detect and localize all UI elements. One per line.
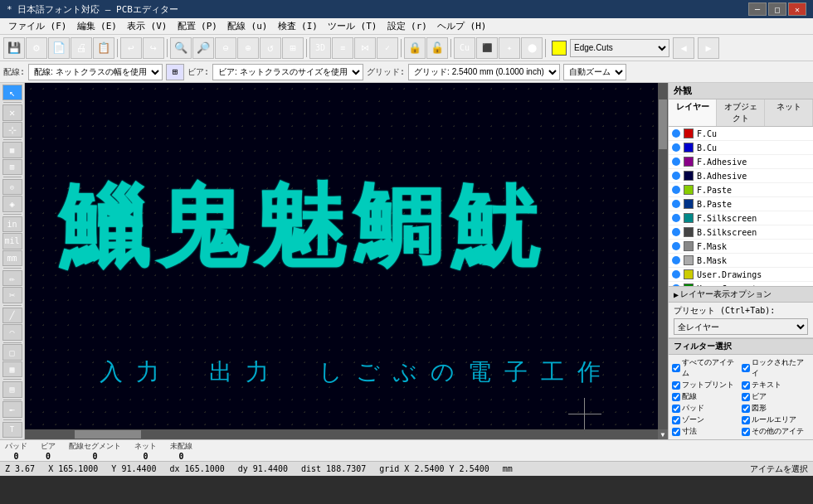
maximize-button[interactable]: □ [768, 2, 786, 16]
filter-item-[interactable]: 図形 [742, 403, 811, 414]
drc-button[interactable]: ✓ [377, 37, 398, 59]
copper-route-button[interactable]: ╾ [2, 401, 22, 417]
layer-prev-button[interactable]: ◀ [673, 37, 694, 59]
filter-item-[interactable]: 寸法 [672, 426, 741, 437]
layer-visibility-f-mask[interactable] [672, 242, 680, 250]
canvas-area[interactable]: 鱲鬼魅鯛魷 入力 出力 しごぶの電子工作 ▲ ▼ [25, 83, 668, 439]
zoom-out-button[interactable]: ⊖ [215, 37, 236, 59]
search-button[interactable]: 🔍 [170, 37, 192, 59]
add-via-button[interactable]: ⊙ [2, 179, 22, 195]
layer-visibility-b-cu[interactable] [672, 143, 680, 152]
filter-item-[interactable]: その他のアイテ [742, 426, 811, 437]
filter-item-[interactable]: すべてのアイテム [672, 357, 741, 379]
grid-select[interactable]: グリッド: 2.5400 mm (0.1000 inch) [408, 64, 560, 80]
settings-button[interactable]: ⚙ [26, 37, 47, 59]
filter-item-[interactable]: ロックされたアイ [742, 357, 811, 379]
filter-item-[interactable]: フットプリント [672, 380, 741, 390]
tab-objects[interactable]: オブジェクト [717, 99, 765, 126]
layer-item-b-mask[interactable]: B.Mask [669, 254, 813, 268]
measure-tool-button[interactable]: ⊹ [2, 122, 22, 138]
filter-checkbox[interactable] [742, 428, 750, 436]
filter-checkbox[interactable] [742, 416, 750, 424]
layer-next-button[interactable]: ▶ [698, 37, 719, 59]
add-zone-button[interactable]: ◈ [2, 196, 22, 211]
filter-item-[interactable]: テキスト [742, 380, 811, 390]
undo-button[interactable]: ↩ [120, 37, 142, 59]
layer-visibility-b-adhesive[interactable] [672, 172, 680, 180]
layer-item-f-mask[interactable]: F.Mask [669, 240, 813, 254]
inspect-tool-button[interactable]: ✕ [2, 104, 22, 120]
layer-visibility-f-adhesive[interactable] [672, 158, 680, 166]
filter-checkbox[interactable] [672, 405, 680, 413]
layer-visibility-b-silkscreen[interactable] [672, 228, 680, 236]
filter-checkbox[interactable] [672, 416, 680, 424]
menu-item-p[interactable]: 配置 (P) [173, 18, 223, 34]
filter-checkbox[interactable] [742, 393, 750, 401]
zoom-fit-button[interactable]: ⊕ [237, 37, 259, 59]
menu-item-v[interactable]: 表示 (V) [122, 18, 173, 34]
filter-checkbox[interactable] [742, 405, 750, 413]
via-select[interactable]: ビア: ネットクラスのサイズを使用 [212, 64, 363, 80]
tab-layers[interactable]: レイヤー [669, 99, 717, 126]
filter-item-[interactable]: ビア [742, 391, 811, 402]
menu-item-f[interactable]: ファイル (F) [3, 18, 72, 34]
ratsnest-button[interactable]: ⋈ [354, 37, 376, 59]
draw-arc-button[interactable]: ⌒ [2, 324, 22, 340]
filter-item-[interactable]: 配線 [672, 391, 741, 402]
horizontal-scrollbar[interactable] [25, 429, 658, 439]
layer-item-f-paste[interactable]: F.Paste [669, 183, 813, 197]
net-highlight-button[interactable]: ⬤ [521, 37, 543, 59]
close-button[interactable]: ✕ [788, 2, 806, 16]
wiring-select[interactable]: 配線: ネットクラスの幅を使用 [28, 64, 163, 80]
zoom-refresh-button[interactable]: ↺ [260, 37, 281, 59]
route-tool-button[interactable]: ▦ [2, 142, 22, 158]
layer-visibility-f-cu[interactable] [672, 129, 680, 138]
hatch-button[interactable]: ▤ [2, 381, 22, 397]
tab-net[interactable]: ネット [765, 99, 813, 126]
filter-checkbox[interactable] [672, 428, 680, 436]
print2-button[interactable]: 📋 [93, 37, 114, 59]
copper2-button[interactable]: ⬛ [476, 37, 498, 59]
add-text-button[interactable]: in [2, 216, 22, 232]
scroll-down-button[interactable]: ▼ [658, 429, 668, 439]
netlist-button[interactable]: ≡ [332, 37, 353, 59]
vertical-scrollbar[interactable] [658, 83, 668, 439]
menu-item-u[interactable]: 配線 (u) [222, 18, 273, 34]
zoom-in-button[interactable]: 🔎 [192, 37, 214, 59]
footprint-button[interactable]: T [2, 422, 22, 438]
highlight-button[interactable]: ✦ [499, 37, 520, 59]
layer-dropdown[interactable]: Edge.Cuts F.Cu B.Cu [570, 39, 669, 57]
draw-line-button[interactable]: ╱ [2, 308, 22, 323]
layer-item-f-cu[interactable]: F.Cu [669, 127, 813, 141]
layer-item-f-adhesive[interactable]: F.Adhesive [669, 155, 813, 169]
layer-item-b-cu[interactable]: B.Cu [669, 141, 813, 155]
add-dim-button[interactable]: mil [2, 233, 22, 249]
filter-checkbox[interactable] [742, 364, 750, 372]
layer-item-user-drawings[interactable]: User.Drawings [669, 268, 813, 282]
filter-checkbox[interactable] [672, 381, 680, 390]
scroll-thumb-vertical[interactable] [659, 99, 667, 149]
filter-checkbox[interactable] [672, 364, 680, 372]
preset-select[interactable]: 全レイヤー [674, 318, 808, 335]
zoom-area-button[interactable]: ⊞ [282, 37, 304, 59]
filter-checkbox[interactable] [742, 381, 750, 390]
layer-visibility-b-mask[interactable] [672, 256, 680, 264]
save-button[interactable]: 💾 [3, 37, 25, 59]
filter-item-[interactable]: ルールエリア [742, 414, 811, 425]
layer-options-toggle[interactable]: ▶ レイヤー表示オプション [669, 286, 813, 303]
menu-item-e[interactable]: 編集 (E) [72, 18, 123, 34]
layer-item-b-adhesive[interactable]: B.Adhesive [669, 169, 813, 183]
layer-item-f-silkscreen[interactable]: F.Silkscreen [669, 211, 813, 225]
layer-visibility-f-paste[interactable] [672, 186, 680, 194]
layer-item-b-silkscreen[interactable]: B.Silkscreen [669, 225, 813, 240]
add-shape-button[interactable]: mm [2, 250, 22, 266]
window-controls[interactable]: ─ □ ✕ [748, 2, 806, 16]
minimize-button[interactable]: ─ [748, 2, 767, 16]
cut-button[interactable]: ✂ [2, 287, 22, 303]
menu-item-r[interactable]: 設定 (r) [382, 18, 433, 34]
draw-fill-button[interactable]: ▦ [2, 361, 22, 377]
edit-button[interactable]: ✏ [2, 270, 22, 286]
layer-visibility-user-drawings[interactable] [672, 270, 680, 279]
layer-item-b-paste[interactable]: B.Paste [669, 197, 813, 211]
menu-item-h[interactable]: ヘルプ (H) [432, 18, 492, 34]
